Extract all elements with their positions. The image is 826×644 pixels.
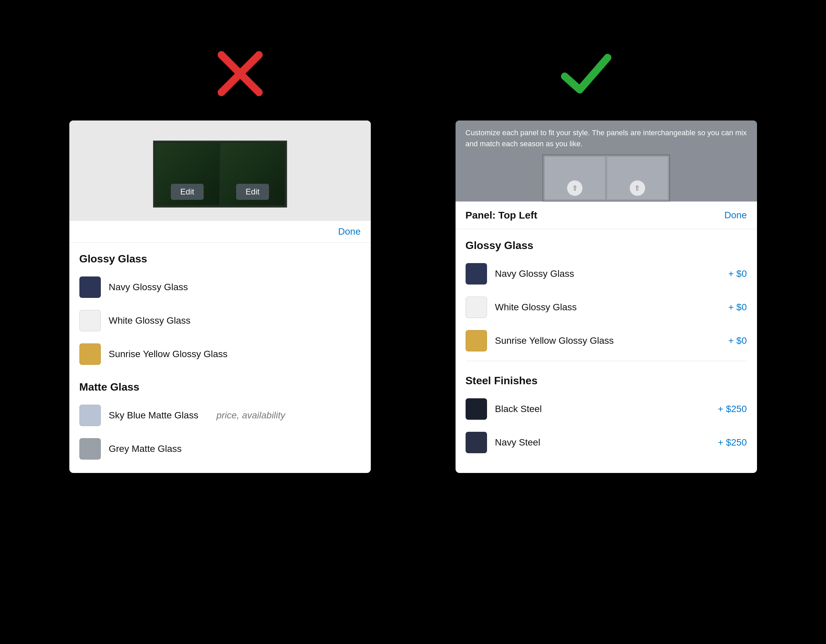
glass-panels-container: Edit Edit: [153, 141, 287, 207]
correct-icon: [413, 27, 759, 101]
right-preview-area: Customize each panel to fit your style. …: [455, 121, 757, 201]
option-label: White Glossy Glass: [495, 302, 577, 313]
option-label: Sky Blue Matte Glass: [109, 410, 199, 421]
price-label: + $0: [728, 302, 747, 313]
price-label: + $250: [718, 404, 747, 414]
option-label: Grey Matte Glass: [109, 443, 182, 454]
white-swatch: [466, 297, 487, 318]
black-swatch: [466, 398, 487, 420]
option-label: Navy Steel: [495, 437, 540, 448]
matte-glass-title: Matte Glass: [69, 371, 371, 399]
glossy-glass-section: Glossy Glass Navy Glossy Glass White Glo…: [69, 243, 371, 371]
preview-description: Customize each panel to fit your style. …: [466, 127, 747, 155]
price-label: + $0: [728, 335, 747, 346]
right-glossy-section: Glossy Glass Navy Glossy Glass + $0 Whit…: [455, 229, 757, 358]
done-link-container: Done: [69, 221, 371, 243]
wrong-example-panel: Edit Edit Done Glossy Glass Navy Glossy …: [69, 121, 371, 473]
right-steel-title: Steel Finishes: [455, 364, 757, 392]
edit-button-left[interactable]: Edit: [171, 184, 203, 200]
option-label: Navy Glossy Glass: [495, 268, 574, 279]
arrow-up-left[interactable]: ⇧: [567, 180, 583, 196]
price-label: + $250: [718, 437, 747, 448]
option-label: Black Steel: [495, 404, 542, 414]
list-item[interactable]: Sky Blue Matte Glass price, availability: [69, 399, 371, 432]
list-item[interactable]: Navy Glossy Glass: [69, 271, 371, 304]
price-label: + $0: [728, 268, 747, 279]
done-button[interactable]: Done: [338, 226, 361, 237]
edit-button-right[interactable]: Edit: [236, 184, 269, 200]
glass-panel-right: Edit: [221, 143, 285, 205]
option-label: Sunrise Yellow Glossy Glass: [109, 349, 228, 359]
yellow-swatch: [79, 344, 101, 365]
yellow-swatch: [466, 330, 487, 351]
list-item[interactable]: Navy Steel + $250: [455, 426, 757, 467]
correct-example-panel: Customize each panel to fit your style. …: [455, 121, 757, 473]
list-item[interactable]: White Glossy Glass: [69, 304, 371, 337]
option-label: Sunrise Yellow Glossy Glass: [495, 335, 614, 346]
done-button-right[interactable]: Done: [725, 210, 747, 221]
list-item[interactable]: Sunrise Yellow Glossy Glass: [69, 337, 371, 371]
list-item[interactable]: Black Steel + $250: [455, 392, 757, 426]
option-label: White Glossy Glass: [109, 315, 191, 326]
matte-glass-section: Matte Glass Sky Blue Matte Glass price, …: [69, 371, 371, 473]
list-item[interactable]: White Glossy Glass + $0: [455, 291, 757, 324]
option-label: Navy Glossy Glass: [109, 282, 188, 293]
glass-panel-left: Edit: [155, 143, 219, 205]
preview-area: Edit Edit: [69, 121, 371, 221]
navy-swatch: [466, 263, 487, 285]
skyblue-swatch: [79, 405, 101, 426]
glossy-glass-title: Glossy Glass: [69, 243, 371, 271]
annotation-text: price, availability: [206, 407, 295, 423]
white-swatch: [79, 310, 101, 331]
right-panel-left: ⇧: [544, 156, 606, 200]
list-item[interactable]: Navy Glossy Glass + $0: [455, 257, 757, 291]
list-item[interactable]: Sunrise Yellow Glossy Glass + $0: [455, 324, 757, 358]
list-item[interactable]: Grey Matte Glass: [69, 432, 371, 473]
navysteel-swatch: [466, 432, 487, 453]
right-panel-header: Panel: Top Left Done: [455, 201, 757, 229]
grey-swatch: [79, 438, 101, 460]
right-panel-right: ⇧: [607, 156, 668, 200]
right-glossy-title: Glossy Glass: [455, 229, 757, 257]
divider: [466, 361, 747, 361]
navy-swatch: [79, 277, 101, 298]
right-steel-section: Steel Finishes Black Steel + $250 Navy S…: [455, 364, 757, 467]
arrow-up-right[interactable]: ⇧: [629, 180, 646, 196]
wrong-icon: [67, 27, 413, 101]
panel-title: Panel: Top Left: [466, 209, 537, 221]
right-glass-panels: ⇧ ⇧: [543, 155, 670, 201]
